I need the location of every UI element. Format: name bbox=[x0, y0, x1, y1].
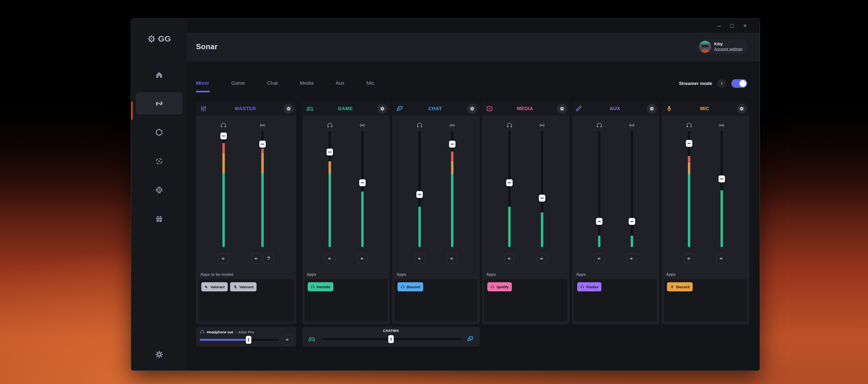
mic-headphones-mute-button[interactable] bbox=[684, 253, 694, 264]
gear-icon bbox=[286, 106, 291, 111]
slider-handle[interactable] bbox=[359, 179, 366, 186]
account-settings-link[interactable]: Account settings bbox=[714, 47, 742, 52]
channel-label: GAME bbox=[313, 106, 377, 111]
master-settings-button[interactable] bbox=[284, 104, 294, 114]
sidebar-item-hardware[interactable] bbox=[136, 179, 183, 201]
sidebar-item-sonar[interactable] bbox=[136, 92, 183, 115]
speaker-icon bbox=[221, 256, 226, 261]
tab-label: Mic bbox=[367, 80, 374, 86]
gamepad-icon bbox=[306, 105, 313, 112]
game-headphones-mute-button[interactable] bbox=[325, 253, 335, 264]
aux-headphones-volume-slider[interactable] bbox=[598, 131, 600, 247]
media-headphones-slider-group bbox=[504, 122, 515, 264]
close-button[interactable]: × bbox=[743, 23, 747, 29]
slider-handle[interactable] bbox=[220, 132, 227, 139]
app-chip-firefox[interactable]: Firefox bbox=[577, 282, 601, 291]
master-stream-mute-button[interactable] bbox=[251, 253, 261, 264]
sidebar-item-home[interactable] bbox=[136, 64, 183, 86]
app-chip-valorant[interactable]: Valorant bbox=[201, 282, 228, 291]
minimize-button[interactable]: – bbox=[717, 23, 720, 29]
game-headphones-volume-slider[interactable] bbox=[329, 131, 331, 247]
app-chip-discord[interactable]: Discord bbox=[667, 282, 693, 291]
slider-handle[interactable] bbox=[449, 141, 455, 148]
tab-mixer[interactable]: Mixer bbox=[196, 80, 209, 86]
headphone-out-mute-button[interactable] bbox=[282, 334, 293, 345]
chat-headphones-volume-slider[interactable] bbox=[418, 131, 421, 247]
sidebar-item-engine[interactable] bbox=[136, 121, 183, 143]
master-headphones-mute-button[interactable] bbox=[218, 253, 229, 264]
chat-icon bbox=[396, 105, 403, 112]
slider-handle[interactable] bbox=[416, 191, 423, 198]
aux-stream-volume-slider[interactable] bbox=[631, 131, 633, 247]
account-chip[interactable]: Kitty Account settings bbox=[697, 39, 748, 55]
app-chip-discord[interactable]: Discord bbox=[398, 282, 423, 291]
chat-icon bbox=[467, 335, 474, 343]
app-chip-label: Firefox bbox=[586, 285, 598, 289]
meter-segment-green bbox=[329, 174, 331, 247]
meter-segment-orange bbox=[261, 153, 264, 173]
sidebar-item-aim-trainer[interactable] bbox=[136, 150, 183, 172]
tab-media[interactable]: Media bbox=[300, 80, 313, 86]
sidebar-nav bbox=[136, 64, 183, 230]
slider-handle[interactable] bbox=[259, 141, 266, 148]
slider-handle[interactable] bbox=[628, 218, 635, 225]
app-chip-spotify[interactable]: Spotify bbox=[487, 282, 512, 291]
game-stream-mute-button[interactable] bbox=[357, 253, 368, 264]
master-stream-volume-slider[interactable] bbox=[261, 131, 264, 247]
meter-segment-red bbox=[688, 156, 690, 162]
broadcast-icon bbox=[628, 122, 635, 129]
master-stream-listen-button[interactable] bbox=[264, 253, 274, 264]
chatmix-handle[interactable] bbox=[389, 335, 394, 343]
mic-headphones-volume-slider[interactable] bbox=[688, 131, 690, 247]
meter-segment-red bbox=[451, 152, 454, 161]
media-stream-mute-button[interactable] bbox=[537, 253, 547, 264]
streamer-mode-label: Streamer mode bbox=[679, 81, 712, 86]
app-chip-label: Spotify bbox=[496, 285, 509, 289]
media-headphones-mute-button[interactable] bbox=[504, 253, 515, 264]
aux-headphones-mute-button[interactable] bbox=[594, 253, 604, 264]
headphone-out-slider[interactable] bbox=[200, 339, 279, 341]
sidebar: GG bbox=[131, 19, 187, 371]
gamepad-icon bbox=[308, 335, 315, 343]
tab-mic[interactable]: Mic bbox=[367, 80, 374, 86]
slider-handle[interactable] bbox=[539, 195, 545, 201]
sliders-row bbox=[662, 122, 749, 264]
gear-icon bbox=[649, 106, 654, 111]
master-headphones-volume-slider[interactable] bbox=[222, 131, 225, 247]
chat-stream-mute-button[interactable] bbox=[447, 253, 457, 264]
tab-game[interactable]: Game bbox=[231, 80, 245, 86]
slider-handle[interactable] bbox=[506, 179, 513, 186]
gear-icon bbox=[380, 106, 385, 111]
media-headphones-volume-slider[interactable] bbox=[508, 131, 510, 247]
info-icon[interactable]: i bbox=[717, 79, 726, 88]
tab-aux[interactable]: Aux bbox=[336, 80, 344, 86]
chat-settings-button[interactable] bbox=[467, 104, 477, 114]
slider-handle[interactable] bbox=[327, 149, 333, 156]
mic-settings-button[interactable] bbox=[737, 104, 747, 114]
game-stream-volume-slider[interactable] bbox=[361, 131, 364, 247]
headphone-out-label: Headphone out bbox=[207, 330, 233, 334]
media-settings-button[interactable] bbox=[557, 104, 567, 114]
mic-stream-volume-slider[interactable] bbox=[720, 131, 723, 247]
broadcast-icon bbox=[359, 122, 366, 129]
mic-stream-mute-button[interactable] bbox=[716, 253, 727, 264]
slider-handle[interactable] bbox=[686, 140, 692, 147]
chatmix-slider[interactable] bbox=[321, 338, 461, 340]
streamer-mode-toggle[interactable] bbox=[731, 79, 747, 88]
sidebar-item-giveaways[interactable] bbox=[136, 207, 183, 230]
slider-handle[interactable] bbox=[596, 218, 602, 225]
aux-settings-button[interactable] bbox=[647, 104, 657, 114]
media-stream-volume-slider[interactable] bbox=[541, 131, 543, 247]
app-chip-valorant[interactable]: Valorant bbox=[230, 282, 256, 291]
chat-stream-volume-slider[interactable] bbox=[451, 131, 454, 247]
slider-handle[interactable] bbox=[246, 336, 251, 344]
maximize-button[interactable]: □ bbox=[730, 23, 734, 29]
tab-chat[interactable]: Chat bbox=[267, 80, 278, 86]
game-settings-button[interactable] bbox=[377, 104, 388, 114]
slider-handle[interactable] bbox=[718, 175, 725, 183]
meter-segment-green bbox=[598, 236, 600, 247]
sidebar-settings-button[interactable] bbox=[155, 350, 163, 358]
app-chip-fortnite[interactable]: Fortnite bbox=[308, 282, 333, 291]
aux-stream-mute-button[interactable] bbox=[627, 253, 637, 264]
chat-headphones-mute-button[interactable] bbox=[414, 253, 425, 264]
